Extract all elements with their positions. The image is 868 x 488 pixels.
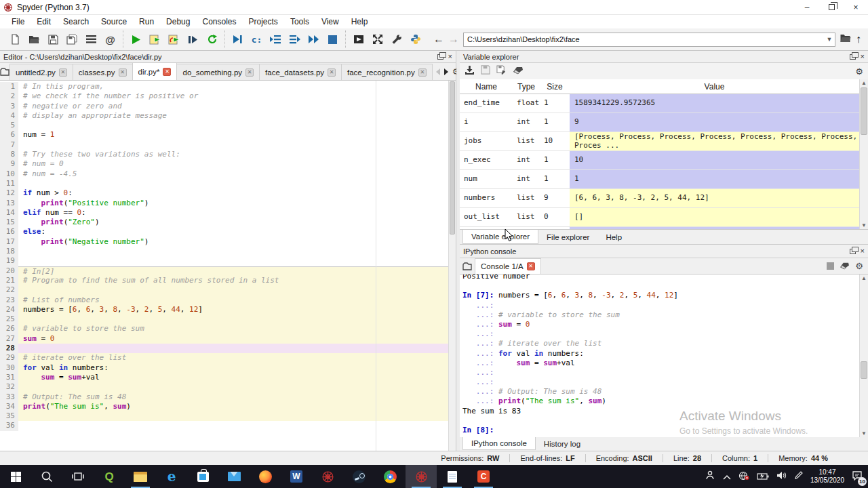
cell-value[interactable]: [6, 6, 3, 8, -3, 2, 5, 44, 12] (570, 189, 859, 207)
variable-explorer-options-gear-icon[interactable]: ⚙ (855, 67, 863, 76)
scroll-down-icon[interactable]: ▼ (860, 222, 868, 228)
tab-face-recognition[interactable]: face_recognition.py✕ (341, 64, 433, 80)
start-button[interactable] (0, 465, 31, 488)
python-path-icon[interactable] (407, 31, 424, 48)
close-pane-icon[interactable]: × (448, 53, 452, 60)
combo-dropdown-icon[interactable]: ▼ (824, 36, 835, 43)
menu-file[interactable]: File (5, 17, 31, 26)
tab-close-icon[interactable]: ✕ (119, 68, 127, 77)
taskbar-clock[interactable]: 10:4713/05/2020 (810, 468, 844, 485)
open-file-button[interactable] (26, 31, 43, 48)
tab-close-icon[interactable]: ✕ (163, 68, 171, 76)
mail-icon[interactable] (218, 465, 250, 488)
pen-icon[interactable] (794, 470, 803, 483)
interrupt-kernel-icon[interactable] (827, 262, 834, 270)
notification-center-icon[interactable]: 10 (852, 470, 863, 483)
new-file-button[interactable] (7, 31, 24, 48)
minimize-button[interactable]: – (795, 0, 819, 14)
qgis-icon[interactable]: Q (94, 465, 125, 488)
save-data-icon[interactable] (481, 65, 490, 77)
ipython-console[interactable]: Positive numberIn [7]: numbers = [6, 6, … (460, 274, 868, 437)
editor-line-28[interactable]: 28 (0, 344, 448, 353)
undock-pane-icon[interactable] (850, 249, 856, 254)
console-options-gear-icon[interactable]: ⚙ (855, 262, 863, 270)
save-all-button[interactable] (64, 31, 81, 48)
variable-row-numbers[interactable]: numberslist9[6, 6, 3, 8, -3, 2, 5, 44, 1… (460, 189, 868, 208)
scrollbar-thumb[interactable] (861, 361, 867, 379)
editor-scrollbar-thumb[interactable] (450, 81, 455, 235)
editor-line-17[interactable]: 17 print("Negative number") (0, 237, 448, 247)
column-size[interactable]: Size (540, 82, 570, 92)
debug-step-into-button[interactable] (267, 31, 284, 48)
editor-line-10[interactable]: 10# num = -4.5 (0, 169, 448, 179)
variable-row-num[interactable]: numint11 (460, 170, 868, 189)
variable-row-jobs[interactable]: jobslist10[Process, Process, Process, Pr… (460, 132, 868, 151)
editor-line-21[interactable]: 21# Program to find the sum of all numbe… (0, 276, 448, 285)
scroll-tabs-left-icon[interactable] (436, 68, 440, 75)
run-selection-button[interactable] (184, 31, 201, 48)
editor-line-1[interactable]: 1# In this program, (0, 82, 448, 92)
import-data-icon[interactable] (465, 65, 475, 78)
editor-line-7[interactable]: 7 (0, 140, 448, 150)
close-pane-icon[interactable]: × (861, 53, 865, 60)
cell-value[interactable]: 1 (570, 170, 859, 188)
clear-console-eraser-icon[interactable] (840, 260, 850, 272)
forward-arrow-icon[interactable]: → (448, 33, 459, 45)
variable-table-scrollbar[interactable]: ▲ ▼ (859, 79, 868, 229)
menu-debug[interactable]: Debug (160, 17, 196, 26)
menu-tools[interactable]: Tools (284, 17, 315, 26)
chevron-up-icon[interactable] (723, 470, 731, 483)
editor-line-9[interactable]: 9# num = 0 (0, 159, 448, 169)
scrollbar-thumb[interactable] (861, 87, 867, 135)
file-explorer-icon[interactable] (125, 465, 156, 488)
menu-view[interactable]: View (315, 17, 345, 26)
scroll-up-icon[interactable]: ▲ (860, 275, 868, 281)
tab-console-1a[interactable]: Console 1/A✕ (475, 258, 541, 274)
working-directory-combo[interactable]: ▼ (463, 33, 835, 47)
menu-help[interactable]: Help (345, 17, 374, 26)
tab-ipython-console[interactable]: IPython console (462, 437, 536, 450)
variable-row-out_list[interactable]: out_listlist0[] (460, 208, 868, 227)
editor-line-19[interactable]: 19 (0, 256, 448, 266)
variable-row-end_time[interactable]: end_timefloat11589341229.9572365 (460, 94, 868, 113)
editor-line-20[interactable]: 20# In[2] (0, 266, 448, 276)
scroll-down-icon[interactable]: ▼ (860, 430, 868, 436)
editor-line-35[interactable]: 35 (0, 411, 448, 421)
editor-line-22[interactable]: 22 (0, 285, 448, 295)
menu-source[interactable]: Source (95, 17, 133, 26)
back-arrow-icon[interactable]: ← (433, 33, 444, 45)
editor-line-15[interactable]: 15 print("Zero") (0, 218, 448, 227)
parent-directory-icon[interactable]: ↑ (856, 33, 861, 45)
camtasia-icon[interactable]: C (468, 465, 499, 488)
cell-value[interactable]: 1589341229.9572365 (570, 94, 859, 113)
editor-line-32[interactable]: 32 (0, 382, 448, 392)
column-name[interactable]: ⌃Name (460, 82, 513, 92)
run-cell-button[interactable] (146, 31, 163, 48)
cell-value[interactable]: 9 (570, 113, 859, 131)
editor-line-16[interactable]: 16else: (0, 227, 448, 237)
tab-dir-active[interactable]: dir.py*✕ (132, 62, 178, 80)
preferences-wrench-icon[interactable] (388, 31, 405, 48)
tab-close-icon[interactable]: ✕ (245, 68, 254, 77)
spyder-active-taskbar-icon[interactable] (406, 465, 437, 488)
scroll-tabs-right-icon[interactable] (444, 68, 448, 75)
run-file-button[interactable] (127, 31, 144, 48)
chrome-icon[interactable] (374, 465, 406, 488)
undock-pane-icon[interactable] (437, 54, 443, 60)
editor-scrollbar[interactable] (448, 81, 456, 451)
debug-step-out-button[interactable] (286, 31, 303, 48)
editor-line-24[interactable]: 24numbers = [6, 6, 3, 8, -3, 2, 5, 44, 1… (0, 305, 448, 314)
tab-close-icon[interactable]: ✕ (527, 262, 535, 270)
editor-line-6[interactable]: 6num = 1 (0, 130, 448, 140)
word-icon[interactable]: W (281, 465, 312, 488)
tab-close-icon[interactable]: ✕ (328, 68, 336, 77)
run-cell-advance-button[interactable] (165, 31, 182, 48)
tab-file-explorer[interactable]: File explorer (538, 230, 597, 244)
menu-projects[interactable]: Projects (243, 17, 284, 26)
undock-pane-icon[interactable] (850, 54, 856, 60)
tab-close-icon[interactable]: ✕ (418, 68, 427, 77)
spyder-taskbar-icon[interactable] (312, 465, 343, 488)
debug-run-line-button[interactable]: c: (248, 31, 265, 48)
cell-value[interactable]: [] (570, 208, 859, 226)
column-value[interactable]: Value (570, 82, 859, 92)
